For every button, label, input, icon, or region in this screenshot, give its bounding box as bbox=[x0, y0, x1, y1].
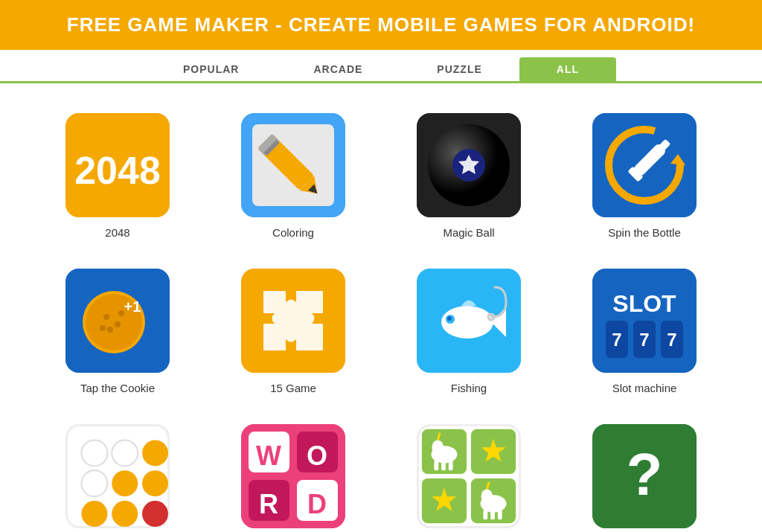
svg-rect-81 bbox=[490, 510, 495, 520]
game-item-15-game[interactable]: 15 Game bbox=[205, 254, 381, 409]
game-icon-find-pair bbox=[417, 424, 521, 528]
svg-point-48 bbox=[142, 440, 168, 466]
nav-tabs: POPULAR ARCADE PUZZLE ALL bbox=[0, 50, 762, 83]
svg-text:SLOT: SLOT bbox=[612, 290, 676, 317]
game-item-word-search[interactable]: W O R D Word Search bbox=[205, 409, 381, 532]
tab-puzzle[interactable]: PUZZLE bbox=[400, 57, 519, 83]
svg-point-49 bbox=[81, 470, 107, 496]
game-icon-magic-ball bbox=[417, 113, 521, 217]
game-icon-word-search: W O R D bbox=[241, 424, 345, 528]
game-icon-slot-machine: SLOT 7 7 7 bbox=[592, 269, 697, 373]
svg-point-29 bbox=[100, 325, 106, 331]
svg-point-54 bbox=[142, 501, 168, 527]
svg-point-46 bbox=[81, 440, 107, 466]
svg-text:7: 7 bbox=[667, 330, 676, 350]
svg-text:O: O bbox=[307, 440, 327, 471]
tab-arcade[interactable]: ARCADE bbox=[276, 57, 400, 83]
game-icon-tap-cookie: +1 bbox=[65, 269, 170, 373]
svg-rect-74 bbox=[449, 461, 453, 471]
svg-point-50 bbox=[112, 470, 138, 496]
game-icon-spin-bottle bbox=[592, 113, 697, 217]
game-item-find-pair[interactable]: Find The Pair bbox=[381, 409, 557, 532]
game-item-slot-machine[interactable]: SLOT 7 7 7 Slot machine bbox=[557, 254, 732, 409]
game-icon-matching-puzzle bbox=[65, 424, 170, 528]
svg-text:2048: 2048 bbox=[74, 149, 161, 192]
svg-text:+1: +1 bbox=[124, 298, 141, 315]
svg-text:W: W bbox=[256, 440, 281, 471]
game-label-2048: 2048 bbox=[105, 226, 129, 239]
svg-rect-80 bbox=[483, 510, 487, 520]
svg-text:7: 7 bbox=[639, 330, 649, 350]
svg-point-70 bbox=[432, 440, 444, 454]
svg-point-27 bbox=[107, 327, 113, 333]
tab-all[interactable]: ALL bbox=[519, 57, 616, 83]
svg-rect-72 bbox=[434, 461, 438, 471]
game-icon-15-game bbox=[241, 269, 345, 373]
tab-popular[interactable]: POPULAR bbox=[146, 57, 276, 83]
svg-text:?: ? bbox=[627, 441, 663, 507]
game-item-coloring[interactable]: Coloring bbox=[205, 98, 381, 254]
game-label-magic-ball: Magic Ball bbox=[443, 226, 494, 239]
svg-text:D: D bbox=[307, 489, 327, 519]
svg-point-53 bbox=[112, 501, 138, 527]
svg-point-51 bbox=[142, 470, 168, 496]
game-icon-fishing bbox=[417, 269, 521, 373]
game-item-2048[interactable]: 2048 2048 bbox=[30, 98, 205, 254]
game-icon-coloring bbox=[241, 113, 345, 217]
svg-rect-82 bbox=[498, 510, 502, 520]
svg-point-47 bbox=[112, 440, 138, 466]
svg-text:R: R bbox=[259, 489, 278, 519]
svg-rect-73 bbox=[441, 461, 446, 471]
game-item-magic-ball[interactable]: Magic Ball bbox=[381, 98, 557, 254]
game-item-quiz[interactable]: ? Quiz bbox=[557, 409, 732, 532]
header-banner: FREE GAME MAKER - CREATE MOBILE GAMES FO… bbox=[0, 0, 762, 50]
game-label-tap-cookie: Tap the Cookie bbox=[80, 382, 155, 394]
game-item-spin-bottle[interactable]: Spin the Bottle bbox=[557, 98, 732, 254]
game-item-matching-puzzle[interactable]: Matching Puzzle bbox=[30, 409, 205, 532]
game-label-spin-bottle: Spin the Bottle bbox=[608, 226, 681, 239]
game-label-15-game: 15 Game bbox=[270, 382, 316, 394]
svg-point-28 bbox=[118, 310, 124, 316]
svg-point-52 bbox=[81, 501, 107, 527]
game-label-fishing: Fishing bbox=[451, 382, 487, 394]
header-title: FREE GAME MAKER - CREATE MOBILE GAMES FO… bbox=[0, 13, 762, 36]
game-item-tap-cookie[interactable]: +1 Tap the Cookie bbox=[30, 254, 205, 409]
game-label-slot-machine: Slot machine bbox=[612, 382, 677, 394]
game-icon-quiz: ? bbox=[592, 424, 697, 528]
svg-point-25 bbox=[103, 314, 109, 320]
svg-point-78 bbox=[481, 489, 493, 503]
game-label-coloring: Coloring bbox=[272, 226, 314, 239]
game-item-fishing[interactable]: Fishing bbox=[381, 254, 557, 409]
games-grid: 2048 2048 Coloring bbox=[0, 83, 762, 532]
svg-point-35 bbox=[447, 316, 452, 321]
game-icon-2048: 2048 bbox=[65, 113, 170, 217]
svg-point-26 bbox=[115, 321, 121, 327]
svg-text:7: 7 bbox=[612, 330, 621, 350]
